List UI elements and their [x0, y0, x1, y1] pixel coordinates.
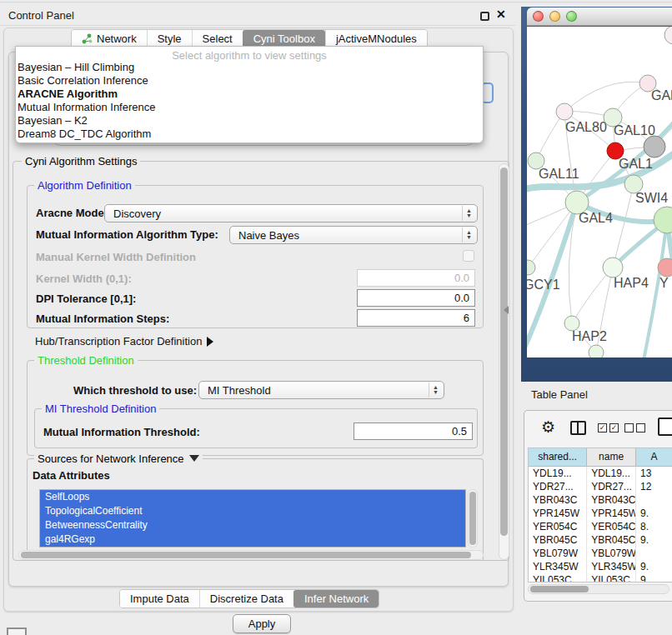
gear-icon[interactable]: ⚙	[541, 419, 555, 436]
table-row[interactable]: YBR043CYBR043C	[529, 493, 672, 507]
table-cell: 12	[636, 480, 672, 493]
splitter-collapse-icon[interactable]	[504, 306, 509, 314]
algorithm-option-aracne-algorithm[interactable]: ARACNE Algorithm	[16, 88, 483, 101]
table-row[interactable]: YIL053CYIL053C9.	[529, 573, 672, 582]
network-node[interactable]	[589, 345, 604, 358]
network-node[interactable]	[664, 27, 672, 44]
combo-spinner-icon: ▲▼	[462, 228, 475, 242]
mi-type-combo[interactable]: Naive Bayes ▲▼	[229, 226, 478, 244]
table-cell: YBL079W	[587, 547, 636, 560]
table-row[interactable]: YBL079WYBL079W	[529, 547, 672, 560]
table-cell: YBR043C	[587, 493, 636, 507]
algorithm-option-bayesian-hill-climbing[interactable]: Bayesian – Hill Climbing	[16, 61, 483, 74]
network-node-hap4[interactable]	[603, 258, 623, 278]
table-row[interactable]: YDR27...YDR27...12	[529, 480, 672, 493]
tab-label: Infer Network	[304, 592, 369, 605]
aracne-mode-label: Aracne Mode:	[36, 207, 108, 219]
mi-steps-input[interactable]: 6	[357, 309, 475, 327]
sources-group-title[interactable]: Sources for Network Inference	[34, 452, 203, 465]
aracne-mode-value: Discovery	[113, 208, 161, 220]
network-canvas[interactable]: GALGAL80GAL10GAL1GAL11SWI4GAL4GCY1HAP4YH…	[527, 27, 672, 358]
network-node[interactable]	[644, 136, 665, 158]
tab-cyni-toolbox[interactable]: Cyni Toolbox	[243, 30, 325, 48]
table-row[interactable]: YDL19...YDL19...13	[529, 467, 672, 480]
table-cell: 9.	[636, 533, 672, 547]
tab-infer-network[interactable]: Infer Network	[293, 590, 379, 608]
window-minimize-icon[interactable]	[549, 11, 560, 22]
table-row[interactable]: YPR145WYPR145W9.	[529, 507, 672, 520]
data-attributes-label: Data Attributes	[33, 469, 110, 482]
tab-label: Network	[97, 32, 137, 45]
attribute-item-gal4rgexp[interactable]: gal4RGexp	[40, 532, 465, 547]
network-desktop: GALGAL80GAL10GAL1GAL11SWI4GAL4GCY1HAP4YH…	[521, 7, 672, 382]
node-label-gcy1: GCY1	[527, 278, 560, 292]
table-cell: YER054C	[529, 520, 587, 533]
tab-network[interactable]: Network	[72, 30, 147, 48]
settings-vscrollbar[interactable]	[499, 163, 509, 560]
table-hscrollbar[interactable]	[528, 584, 669, 594]
algorithm-option-basic-correlation-inference[interactable]: Basic Correlation Inference	[16, 74, 483, 88]
deselect-all-icon[interactable]	[624, 423, 645, 432]
algorithm-option-dream8-dc-tdc-algorithm[interactable]: Dream8 DC_TDC Algorithm	[16, 128, 483, 141]
apply-button[interactable]: Apply	[233, 614, 291, 633]
select-all-icon[interactable]: ✓✓	[598, 423, 619, 432]
settings-group-title: Cyni Algorithm Settings	[22, 155, 140, 168]
table-cell: 8.	[636, 520, 672, 533]
tab-jactivemnodules[interactable]: jActiveMNodules	[325, 30, 427, 48]
column-header-name[interactable]: name	[587, 448, 636, 467]
network-node-gal80[interactable]	[556, 103, 573, 120]
threshold-definition-title: Threshold Definition	[34, 354, 138, 367]
which-threshold-value: MI Threshold	[208, 384, 271, 397]
algorithm-option-bayesian-k2[interactable]: Bayesian – K2	[16, 114, 483, 128]
node-table: shared...nameA YDL19...YDL19...13YDR27..…	[528, 448, 672, 582]
tab-label: jActiveMNodules	[336, 32, 417, 45]
tab-select[interactable]: Select	[192, 30, 243, 48]
attribute-item-topologicalcoefficient[interactable]: TopologicalCoefficient	[40, 504, 465, 518]
float-window-icon[interactable]	[480, 12, 489, 21]
network-window-titlebar[interactable]	[527, 8, 672, 26]
hub-definition-toggle[interactable]: Hub/Transcription Factor Definition	[35, 335, 213, 348]
window-close-icon[interactable]	[533, 11, 544, 22]
attribute-item-selfloops[interactable]: SelfLoops	[40, 490, 465, 504]
tab-style[interactable]: Style	[147, 30, 192, 48]
attribute-item-betweennesscentrality[interactable]: BetweennessCentrality	[40, 518, 465, 532]
node-label-gal1: GAL1	[619, 157, 653, 171]
titlebar-divider	[0, 25, 515, 26]
table-row[interactable]: YER054CYER054C8.	[529, 520, 672, 533]
table-cell: YDL19...	[529, 467, 587, 480]
algorithm-option-mutual-information-inference[interactable]: Mutual Information Inference	[16, 101, 483, 114]
mi-threshold-input[interactable]: 0.5	[354, 422, 473, 440]
settings-hscrollbar[interactable]	[18, 550, 484, 560]
tab-discretize-data[interactable]: Discretize Data	[199, 590, 293, 608]
close-icon[interactable]: ✕	[496, 8, 506, 21]
network-view-window[interactable]: GALGAL80GAL10GAL1GAL11SWI4GAL4GCY1HAP4YH…	[527, 8, 672, 363]
table-row[interactable]: YBR045CYBR045C9.	[529, 533, 672, 547]
sources-title-text: Sources for Network Inference	[38, 452, 184, 465]
tab-impute-data[interactable]: Impute Data	[120, 590, 199, 608]
node-label-y: Y	[659, 276, 669, 290]
table-cell: YLR345W	[587, 560, 636, 573]
expanded-arrow-icon	[189, 455, 199, 462]
network-node-gcy1[interactable]	[527, 260, 535, 275]
manual-kernel-checkbox[interactable]	[463, 250, 474, 262]
minimized-panel-icon[interactable]	[7, 628, 27, 635]
column-header-a[interactable]: A	[636, 448, 672, 467]
column-header-shared[interactable]: shared...	[529, 448, 587, 467]
window-zoom-icon[interactable]	[566, 11, 577, 22]
attributes-scrollbar[interactable]	[468, 489, 478, 548]
collapsed-arrow-icon	[207, 337, 213, 347]
manual-kernel-label: Manual Kernel Width Definition	[36, 251, 196, 263]
export-table-icon[interactable]	[658, 418, 672, 436]
columns-icon[interactable]	[570, 421, 586, 435]
node-label-gal80: GAL80	[565, 120, 607, 134]
aracne-mode-combo[interactable]: Discovery ▲▼	[104, 204, 478, 222]
kernel-width-input[interactable]: 0.0	[357, 269, 475, 287]
table-cell: YBR045C	[587, 533, 636, 547]
table-cell: YIL053C	[587, 573, 636, 582]
network-node-y[interactable]	[658, 258, 672, 277]
table-row[interactable]: YLR345WYLR345W9.	[529, 560, 672, 573]
which-threshold-combo[interactable]: MI Threshold ▲▼	[198, 381, 444, 399]
data-attributes-list[interactable]: SelfLoopsTopologicalCoefficientBetweenne…	[39, 489, 466, 548]
dpi-tolerance-input[interactable]: 0.0	[357, 289, 475, 307]
kernel-width-label: Kernel Width (0,1):	[36, 272, 132, 285]
